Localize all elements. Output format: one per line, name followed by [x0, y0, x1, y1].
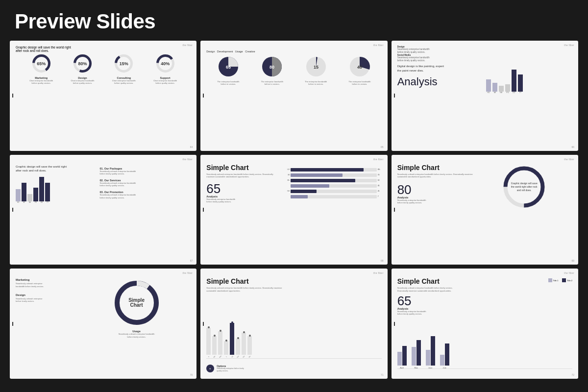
bar-chart-s4: HO MI NH PO GO TY — [16, 176, 98, 203]
slide5-left-accent — [203, 208, 204, 212]
pie-desc-1: The enterprise bandwidthbefore to vector… — [217, 80, 239, 85]
slide-number-5: 68 — [381, 259, 384, 262]
slide5-sub: Seamlessly unleash enterprise bandwidth … — [206, 173, 280, 178]
slide4-left-accent — [12, 208, 13, 212]
slide8-sub: Seamlessly unleash enterprise bandwidth … — [206, 287, 290, 292]
slide8-options: ⚙ Options Seamlessly enterprise before t… — [206, 365, 381, 372]
donut-val-1: 65% — [37, 61, 46, 66]
slide-number-2: 65 — [381, 146, 384, 148]
slide6-title: Simple Chart — [397, 164, 476, 172]
slide6-large-donut: Graphic design will save the world right… — [501, 164, 547, 210]
slide7-text-marketing: Seamlessly unleash enterprisebandwidth b… — [16, 282, 80, 287]
header: Preview Slides — [0, 0, 588, 41]
svg-text:15: 15 — [314, 65, 318, 70]
slide7-usage-text: Seamlessly unleash enterprise bandwidthb… — [119, 333, 155, 338]
donut-val-2: 80% — [78, 61, 87, 66]
slide-number-4: 67 — [190, 259, 193, 262]
slide1-title: Graphic design will save the world right… — [16, 46, 191, 52]
options-text: Seamlessly enterprise before timelyquali… — [217, 368, 244, 372]
slide5-num: 65 — [206, 182, 280, 195]
donut-row: 65% Marketing Chart enterprise bandwidth… — [16, 52, 191, 84]
slide-number-8: 71 — [381, 373, 384, 376]
slide8-left-accent — [203, 322, 204, 326]
slide7-text-design: Seamlessly unleash enterprisebefore time… — [16, 297, 80, 302]
donut-circle-3: 15% — [113, 52, 135, 74]
slide-1: the fiber Graphic design will save the w… — [10, 41, 196, 151]
slide6-top: Simple Chart Seamlessly unleash enterpri… — [397, 164, 572, 210]
pie-desc-3: The enterprise bandwidthbefore to vector… — [305, 80, 327, 85]
slide7-ring-center: Simple Chart — [128, 298, 145, 308]
slide-brand-3: the fiber — [564, 44, 574, 47]
svg-text:65: 65 — [226, 65, 231, 70]
pkg-3: 03. Our Promotion Seamlessly unleash ent… — [100, 191, 191, 198]
donut-text-2: Chart enterprise bandwidthbefore quality… — [71, 79, 94, 84]
page-wrapper: Preview Slides the fiber Graphic design … — [0, 0, 588, 392]
slide3-left-accent — [394, 94, 395, 98]
slide4-content: Graphic design will save the world right… — [16, 160, 191, 261]
slide-brand-4: the fiber — [183, 158, 193, 161]
donut-desc-2: Design Chart enterprise bandwidthbefore … — [71, 76, 94, 84]
pie-desc-2: The enterprise bandwidthbefore to vector… — [261, 80, 283, 85]
slides-grid: the fiber Graphic design will save the w… — [0, 41, 588, 389]
slide-2: the fiber Design Development Usage Creat… — [200, 41, 387, 151]
slide5-analysis-text: Seamlessly enterprise bandwidthbefore ti… — [206, 198, 280, 203]
donut-val-4: 40% — [161, 61, 170, 66]
analysis-word: Analysis — [397, 76, 484, 87]
cat-usage: Usage — [235, 50, 243, 53]
pie-item-1: 65 The enterprise bandwidthbefore to vec… — [216, 54, 241, 85]
donut-text-4: Chart enterprise bandwidthbefore quality… — [153, 79, 177, 84]
donut-item-2: 80% Design Chart enterprise bandwidthbef… — [71, 52, 94, 84]
pie-item-4: 40 The enterprise bandwidthbefore to vec… — [347, 54, 372, 85]
slide-brand-7: the fiber — [183, 271, 193, 274]
slide8-title: Simple Chart — [206, 277, 381, 285]
slide5-title: Simple Chart — [206, 164, 280, 172]
slide-brand-5: the fiber — [373, 158, 384, 161]
svg-text:40: 40 — [357, 65, 362, 70]
slide-number-7: 70 — [190, 373, 193, 376]
slide-brand-6: the fiber — [564, 158, 574, 161]
donut-desc-1: Marketing Chart enterprise bandwidthbefo… — [29, 76, 53, 84]
donut-text-1: Chart enterprise bandwidthbefore quality… — [29, 79, 53, 84]
slide6-sub: Seamlessly unleash enterprise bandwidth … — [397, 173, 476, 178]
slide-6: the fiber Simple Chart Seamlessly unleas… — [392, 155, 578, 265]
slide-number-6: 69 — [571, 259, 574, 262]
slide1-left-accent — [12, 94, 13, 98]
slide9-sub: Seamlessly unleash enterprise bandwidth … — [397, 287, 456, 292]
slide2-categories: Design Development Usage Creative — [206, 46, 381, 54]
slide7-left-accent — [12, 322, 13, 326]
slide-brand-2: the fiber — [373, 44, 384, 47]
slide4-title: Graphic design will save the world right… — [16, 165, 98, 173]
svg-text:80: 80 — [270, 65, 274, 70]
slide6-num: 80 — [397, 183, 476, 196]
slide-number-1: 64 — [190, 146, 193, 148]
slide9-top: Simple Chart Seamlessly unleash enterpri… — [397, 277, 572, 292]
slide-brand-9: the fiber — [564, 271, 574, 274]
slide6-analysis-text: Seamlessly enterprise bandwidthbefore ti… — [397, 199, 476, 204]
cat-development: Development — [217, 50, 233, 53]
cat-design: Design — [206, 50, 215, 53]
pie-row: 65 The enterprise bandwidthbefore to vec… — [206, 54, 381, 85]
page-title: Preview Slides — [15, 10, 573, 33]
pie-item-2: 80 The enterprise bandwidthbefore to vec… — [260, 54, 284, 85]
slide-9: the fiber Simple Chart Seamlessly unleas… — [392, 269, 578, 379]
tl-social: Social Media Seamlessly enterprise bandw… — [397, 54, 572, 62]
donut-item-3: 15% Consulting Chart enterprise bandwidt… — [112, 52, 136, 84]
slide8-vchart: 0 Apr Whi 1 Jul — [206, 294, 381, 365]
slide9-left-accent — [394, 322, 395, 326]
slide-number-9: 72 — [571, 373, 574, 376]
donut-val-3: 15% — [120, 61, 128, 66]
slide3-quote: Digital design is like painting, expertt… — [397, 64, 484, 73]
slide7-label-design: Design — [16, 294, 80, 296]
pie-desc-4: The enterprise bandwidthbefore to vector… — [348, 80, 370, 85]
slide7-label-marketing: Marketing — [16, 278, 80, 281]
slide9-legend: Title 1 Title 2 — [548, 278, 573, 282]
bar-chart-s3: HO MI NH PO — [486, 64, 572, 94]
slide-brand-1: the fiber — [183, 44, 193, 47]
slide9-mixed-chart: April May June — [397, 318, 572, 375]
slide-5: the fiber Simple Chart Seamlessly unleas… — [200, 155, 387, 265]
slide9-title: Simple Chart — [397, 277, 456, 285]
slide5-top: Simple Chart Seamlessly unleash enterpri… — [206, 164, 381, 203]
slide-brand-8: the fiber — [373, 271, 384, 274]
donut-circle-2: 80% — [72, 52, 94, 74]
slide9-analysis-text: Seamlessly enterprise bandwidthbefore ti… — [397, 310, 426, 315]
